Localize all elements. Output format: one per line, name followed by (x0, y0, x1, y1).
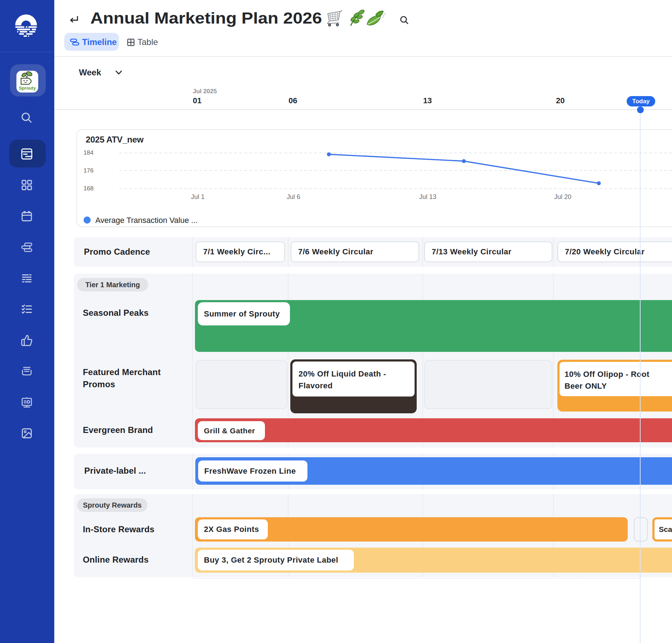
svg-text:Sprouty: Sprouty (19, 86, 36, 91)
